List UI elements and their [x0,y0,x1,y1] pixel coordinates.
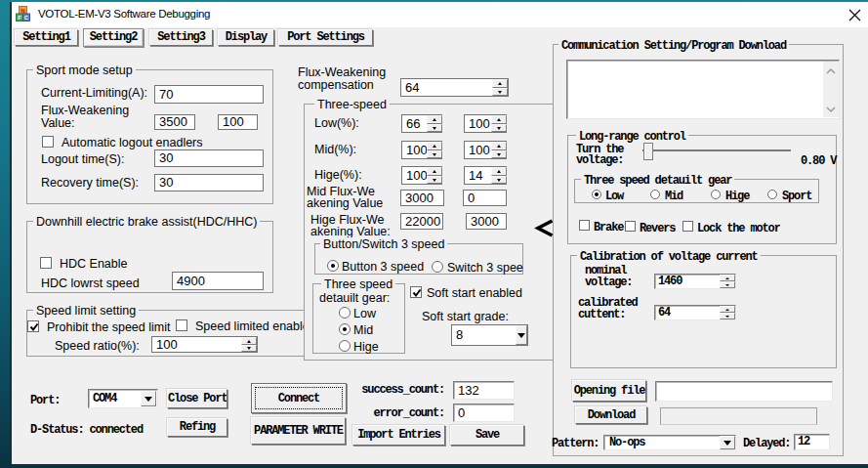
svg-text:N: N [21,8,24,14]
svg-text:F: F [18,15,21,21]
svg-text:C: C [24,15,29,21]
